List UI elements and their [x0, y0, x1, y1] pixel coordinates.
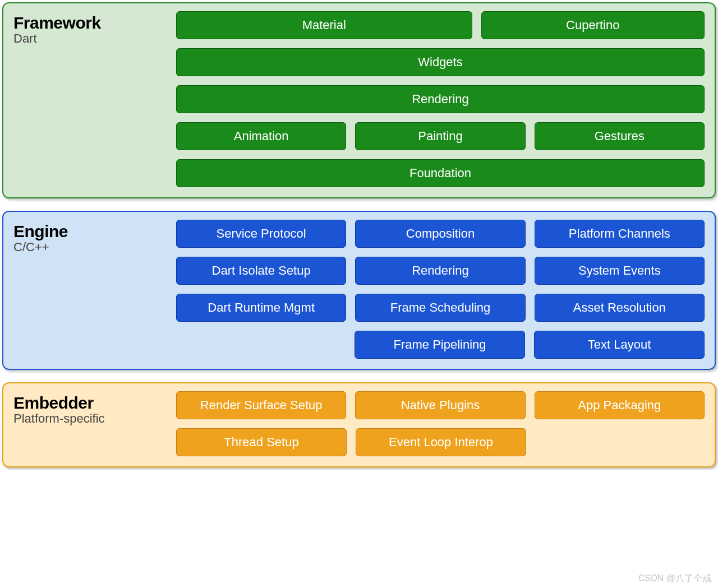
layer-embedder-content: Render Surface Setup Native Plugins App …	[176, 391, 705, 456]
framework-row-3: Rendering	[176, 85, 705, 113]
box-rendering-fw: Rendering	[176, 85, 705, 113]
box-gestures: Gestures	[535, 122, 705, 150]
engine-row-3: Dart Runtime Mgmt Frame Scheduling Asset…	[176, 294, 705, 322]
box-frame-pipelining: Frame Pipelining	[355, 331, 525, 359]
layer-engine-title: Engine	[13, 222, 165, 241]
box-system-events: System Events	[535, 257, 705, 285]
box-composition: Composition	[355, 220, 525, 248]
framework-row-2: Widgets	[176, 48, 705, 76]
box-text-layout: Text Layout	[534, 331, 705, 359]
box-widgets: Widgets	[176, 48, 705, 76]
embedder-row-1: Render Surface Setup Native Plugins App …	[176, 391, 705, 419]
layer-embedder-title: Embedder	[13, 393, 165, 413]
framework-row-5: Foundation	[176, 159, 705, 187]
box-frame-scheduling: Frame Scheduling	[355, 294, 525, 322]
box-foundation: Foundation	[176, 159, 705, 187]
engine-row-4: Frame Pipelining Text Layout	[176, 331, 705, 359]
layer-engine-subtitle: C/C++	[13, 240, 165, 254]
box-painting: Painting	[355, 122, 525, 150]
layer-framework-subtitle: Dart	[13, 31, 165, 46]
box-empty-engine	[176, 331, 346, 359]
embedder-row-2: Thread Setup Event Loop Interop	[176, 428, 705, 456]
engine-row-2: Dart Isolate Setup Rendering System Even…	[176, 257, 705, 285]
box-animation: Animation	[176, 122, 346, 150]
layer-framework-header: Framework Dart	[13, 11, 165, 187]
layer-framework-title: Framework	[13, 13, 165, 33]
layer-embedder-header: Embedder Platform-specific	[13, 391, 165, 456]
layer-engine-content: Service Protocol Composition Platform Ch…	[176, 220, 705, 359]
box-native-plugins: Native Plugins	[355, 391, 525, 419]
box-service-protocol: Service Protocol	[176, 220, 346, 248]
layer-engine: Engine C/C++ Service Protocol Compositio…	[2, 211, 716, 370]
box-material: Material	[176, 11, 472, 39]
layer-engine-header: Engine C/C++	[13, 220, 165, 359]
framework-row-1: Material Cupertino	[176, 11, 705, 39]
layer-framework-content: Material Cupertino Widgets Rendering Ani…	[176, 11, 705, 187]
box-cupertino: Cupertino	[481, 11, 705, 39]
engine-row-1: Service Protocol Composition Platform Ch…	[176, 220, 705, 248]
framework-row-4: Animation Painting Gestures	[176, 122, 705, 150]
box-asset-resolution: Asset Resolution	[535, 294, 705, 322]
box-thread-setup: Thread Setup	[176, 428, 347, 456]
box-dart-isolate-setup: Dart Isolate Setup	[176, 257, 346, 285]
layer-embedder-subtitle: Platform-specific	[13, 411, 165, 426]
box-app-packaging: App Packaging	[535, 391, 705, 419]
layer-embedder: Embedder Platform-specific Render Surfac…	[2, 382, 716, 467]
box-dart-runtime-mgmt: Dart Runtime Mgmt	[176, 294, 346, 322]
box-render-surface-setup: Render Surface Setup	[176, 391, 346, 419]
layer-framework: Framework Dart Material Cupertino Widget…	[2, 2, 716, 198]
box-empty-embedder	[535, 428, 705, 456]
box-rendering-engine: Rendering	[355, 257, 525, 285]
box-platform-channels: Platform Channels	[535, 220, 705, 248]
box-event-loop-interop: Event Loop Interop	[356, 428, 526, 456]
